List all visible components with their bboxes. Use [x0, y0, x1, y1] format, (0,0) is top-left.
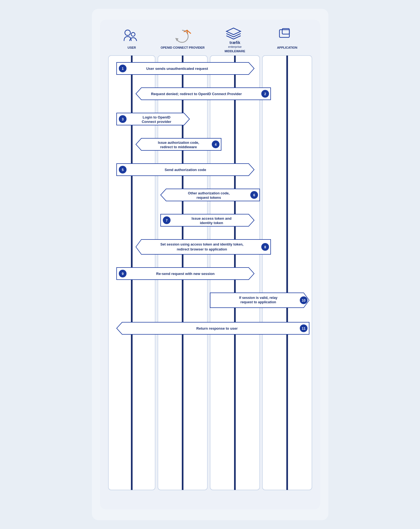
svg-text:Request denied; redirect to Op: Request denied; redirect to OpenID Conne… [151, 92, 241, 96]
diagram-container: USER OPENID CONNECT PROVIDER træfik ente… [92, 9, 328, 520]
svg-text:redirect browser to applicatio: redirect browser to application [177, 247, 227, 251]
svg-text:If session is valid, relay: If session is valid, relay [239, 296, 278, 300]
svg-text:3: 3 [122, 117, 123, 121]
svg-text:Connect provider: Connect provider [142, 120, 171, 124]
svg-text:2: 2 [264, 92, 266, 96]
svg-text:Send authorization code: Send authorization code [164, 168, 206, 172]
svg-text:identity token: identity token [200, 221, 223, 225]
svg-text:7: 7 [166, 219, 168, 222]
svg-text:MIDDLEWARE: MIDDLEWARE [224, 49, 245, 53]
svg-text:9: 9 [122, 272, 123, 276]
svg-text:træfik: træfik [229, 40, 240, 45]
svg-text:Issue access token and: Issue access token and [191, 216, 231, 221]
svg-text:APPLICATION: APPLICATION [277, 46, 297, 49]
svg-text:redirect to middleware: redirect to middleware [160, 145, 197, 149]
svg-text:4: 4 [215, 143, 216, 147]
svg-text:request to application: request to application [240, 300, 276, 304]
svg-text:11: 11 [302, 327, 306, 330]
svg-text:10: 10 [302, 299, 306, 302]
svg-text:5: 5 [122, 168, 123, 172]
svg-text:User sends unauthenticated req: User sends unauthenticated request [146, 67, 208, 71]
svg-text:Login to OpenID: Login to OpenID [142, 115, 170, 119]
svg-text:OPENID CONNECT PROVIDER: OPENID CONNECT PROVIDER [160, 46, 204, 49]
svg-text:Return response to user: Return response to user [196, 326, 237, 330]
svg-text:USER: USER [127, 46, 136, 49]
svg-text:request tokens: request tokens [196, 196, 221, 200]
svg-text:Set session using access token: Set session using access token and ident… [160, 243, 243, 246]
svg-text:1: 1 [122, 67, 123, 71]
svg-text:6: 6 [253, 193, 255, 197]
svg-text:8: 8 [264, 245, 266, 249]
svg-text:enterprise: enterprise [228, 45, 241, 48]
svg-rect-8 [286, 56, 288, 490]
svg-text:Re-send request with new sessi: Re-send request with new session [156, 272, 214, 276]
svg-text:Issue authorization code,: Issue authorization code, [158, 141, 199, 145]
svg-text:Other authorization code,: Other authorization code, [188, 191, 229, 195]
